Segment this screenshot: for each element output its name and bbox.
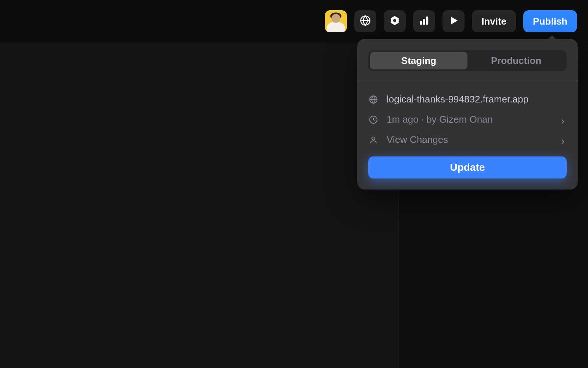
site-url-row[interactable]: logical-thanks-994832.framer.app: [368, 89, 567, 109]
divider: [357, 81, 578, 81]
play-icon: [448, 15, 459, 28]
tab-production[interactable]: Production: [467, 52, 565, 69]
view-changes-text: View Changes: [387, 134, 551, 145]
last-publish-row[interactable]: 1m ago · by Gizem Onan: [368, 109, 567, 130]
globe-icon: [368, 94, 379, 105]
invite-label: Invite: [481, 16, 506, 27]
tab-production-label: Production: [491, 55, 541, 66]
view-changes-row[interactable]: View Changes: [368, 130, 567, 150]
svg-point-7: [372, 137, 375, 140]
svg-point-1: [393, 19, 396, 22]
top-toolbar: Invite Publish: [0, 0, 588, 43]
analytics-button[interactable]: [413, 10, 435, 32]
environment-tabs: Staging Production: [368, 50, 567, 71]
chevron-right-icon: [559, 116, 567, 123]
last-publish-text: 1m ago · by Gizem Onan: [387, 114, 551, 125]
site-url-text: logical-thanks-994832.framer.app: [387, 94, 567, 105]
components-button[interactable]: [384, 10, 406, 32]
globe-icon: [360, 15, 371, 28]
publish-button[interactable]: Publish: [523, 10, 577, 32]
svg-rect-3: [423, 19, 425, 25]
update-button-container: Update: [368, 156, 567, 178]
svg-rect-4: [426, 17, 429, 25]
tab-staging[interactable]: Staging: [370, 52, 467, 69]
preview-button[interactable]: [442, 10, 465, 32]
update-button[interactable]: Update: [368, 156, 567, 178]
publish-popover: Staging Production logical-thanks-994832…: [357, 39, 578, 190]
avatar-body-shape: [327, 22, 345, 32]
tab-staging-label: Staging: [401, 55, 436, 66]
publish-label: Publish: [533, 16, 567, 27]
hexagon-dot-icon: [389, 15, 400, 28]
user-avatar[interactable]: [325, 10, 347, 32]
person-icon: [368, 135, 379, 145]
site-settings-button[interactable]: [354, 10, 376, 32]
chevron-right-icon: [559, 136, 567, 144]
avatar-head-shape: [331, 14, 340, 23]
clock-icon: [368, 115, 379, 125]
svg-rect-2: [420, 21, 422, 25]
update-label: Update: [450, 162, 485, 173]
invite-button[interactable]: Invite: [472, 10, 516, 32]
bar-chart-icon: [419, 15, 430, 28]
canvas-area: [0, 43, 398, 368]
